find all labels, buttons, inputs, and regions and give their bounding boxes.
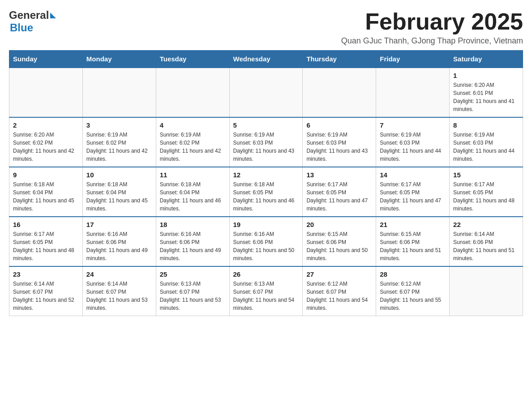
calendar-cell: 1Sunrise: 6:20 AMSunset: 6:01 PMDaylight… [450, 68, 523, 117]
calendar-cell: 7Sunrise: 6:19 AMSunset: 6:03 PMDaylight… [376, 117, 450, 167]
day-info: Sunrise: 6:19 AMSunset: 6:03 PMDaylight:… [306, 131, 372, 163]
calendar-cell: 12Sunrise: 6:18 AMSunset: 6:05 PMDayligh… [229, 167, 303, 217]
calendar-header-row: SundayMondayTuesdayWednesdayThursdayFrid… [9, 51, 523, 68]
week-row-3: 9Sunrise: 6:18 AMSunset: 6:04 PMDaylight… [9, 167, 523, 217]
calendar-cell [82, 68, 156, 117]
column-header-saturday: Saturday [450, 51, 523, 68]
day-info: Sunrise: 6:15 AMSunset: 6:06 PMDaylight:… [306, 230, 372, 262]
day-number: 7 [380, 121, 446, 129]
day-info: Sunrise: 6:15 AMSunset: 6:06 PMDaylight:… [380, 230, 446, 262]
day-number: 25 [160, 270, 226, 278]
day-number: 17 [86, 221, 152, 228]
calendar-cell [450, 266, 523, 316]
day-number: 23 [13, 270, 79, 278]
column-header-monday: Monday [82, 51, 156, 68]
day-number: 14 [380, 171, 446, 179]
logo-general-text: General [9, 9, 49, 21]
calendar-cell: 18Sunrise: 6:16 AMSunset: 6:06 PMDayligh… [156, 217, 229, 266]
calendar-cell: 27Sunrise: 6:12 AMSunset: 6:07 PMDayligh… [303, 266, 376, 316]
week-row-1: 1Sunrise: 6:20 AMSunset: 6:01 PMDaylight… [9, 68, 523, 117]
calendar-cell [303, 68, 376, 117]
day-info: Sunrise: 6:19 AMSunset: 6:03 PMDaylight:… [380, 131, 446, 163]
day-info: Sunrise: 6:14 AMSunset: 6:06 PMDaylight:… [453, 230, 519, 262]
column-header-friday: Friday [376, 51, 450, 68]
day-info: Sunrise: 6:12 AMSunset: 6:07 PMDaylight:… [380, 280, 446, 312]
column-header-sunday: Sunday [9, 51, 83, 68]
calendar-cell: 25Sunrise: 6:13 AMSunset: 6:07 PMDayligh… [156, 266, 229, 316]
calendar-cell: 22Sunrise: 6:14 AMSunset: 6:06 PMDayligh… [450, 217, 523, 266]
day-info: Sunrise: 6:16 AMSunset: 6:06 PMDaylight:… [160, 230, 226, 262]
page-header: General Blue February 2025 Quan GJuc Tha… [9, 9, 523, 46]
day-number: 8 [453, 121, 519, 129]
day-number: 12 [233, 171, 299, 179]
calendar-cell: 6Sunrise: 6:19 AMSunset: 6:03 PMDaylight… [303, 117, 376, 167]
calendar-cell: 20Sunrise: 6:15 AMSunset: 6:06 PMDayligh… [303, 217, 376, 266]
calendar-cell: 4Sunrise: 6:19 AMSunset: 6:02 PMDaylight… [156, 117, 229, 167]
day-number: 24 [86, 270, 152, 278]
day-info: Sunrise: 6:17 AMSunset: 6:05 PMDaylight:… [380, 180, 446, 213]
day-number: 13 [306, 171, 372, 179]
day-info: Sunrise: 6:18 AMSunset: 6:05 PMDaylight:… [233, 180, 299, 213]
day-info: Sunrise: 6:19 AMSunset: 6:03 PMDaylight:… [453, 131, 519, 163]
day-info: Sunrise: 6:12 AMSunset: 6:07 PMDaylight:… [306, 280, 372, 312]
title-section: February 2025 Quan GJuc Thanh, GJong Tha… [341, 9, 523, 46]
column-header-tuesday: Tuesday [156, 51, 229, 68]
day-number: 22 [453, 221, 519, 228]
day-info: Sunrise: 6:13 AMSunset: 6:07 PMDaylight:… [160, 280, 226, 312]
day-number: 6 [306, 121, 372, 129]
day-number: 3 [86, 121, 152, 129]
day-info: Sunrise: 6:19 AMSunset: 6:03 PMDaylight:… [233, 131, 299, 163]
calendar-cell [376, 68, 450, 117]
day-info: Sunrise: 6:19 AMSunset: 6:02 PMDaylight:… [86, 131, 152, 163]
day-info: Sunrise: 6:16 AMSunset: 6:06 PMDaylight:… [86, 230, 152, 262]
day-number: 15 [453, 171, 519, 179]
calendar-cell: 3Sunrise: 6:19 AMSunset: 6:02 PMDaylight… [82, 117, 156, 167]
calendar-cell: 21Sunrise: 6:15 AMSunset: 6:06 PMDayligh… [376, 217, 450, 266]
calendar-cell: 5Sunrise: 6:19 AMSunset: 6:03 PMDaylight… [229, 117, 303, 167]
calendar-table: SundayMondayTuesdayWednesdayThursdayFrid… [9, 50, 523, 316]
day-number: 26 [233, 270, 299, 278]
calendar-cell: 14Sunrise: 6:17 AMSunset: 6:05 PMDayligh… [376, 167, 450, 217]
day-number: 28 [380, 270, 446, 278]
day-info: Sunrise: 6:13 AMSunset: 6:07 PMDaylight:… [233, 280, 299, 312]
day-info: Sunrise: 6:20 AMSunset: 6:01 PMDaylight:… [453, 81, 519, 113]
logo-blue-text: Blue [10, 21, 33, 34]
calendar-cell: 19Sunrise: 6:16 AMSunset: 6:06 PMDayligh… [229, 217, 303, 266]
day-number: 1 [453, 72, 519, 79]
calendar-cell [229, 68, 303, 117]
logo-triangle-icon [50, 13, 56, 18]
calendar-cell: 24Sunrise: 6:14 AMSunset: 6:07 PMDayligh… [82, 266, 156, 316]
calendar-cell [9, 68, 83, 117]
day-info: Sunrise: 6:17 AMSunset: 6:05 PMDaylight:… [453, 180, 519, 213]
calendar-cell: 13Sunrise: 6:17 AMSunset: 6:05 PMDayligh… [303, 167, 376, 217]
week-row-5: 23Sunrise: 6:14 AMSunset: 6:07 PMDayligh… [9, 266, 523, 316]
day-info: Sunrise: 6:14 AMSunset: 6:07 PMDaylight:… [86, 280, 152, 312]
column-header-wednesday: Wednesday [229, 51, 303, 68]
day-number: 5 [233, 121, 299, 129]
calendar-cell: 8Sunrise: 6:19 AMSunset: 6:03 PMDaylight… [450, 117, 523, 167]
day-info: Sunrise: 6:18 AMSunset: 6:04 PMDaylight:… [13, 180, 79, 213]
day-number: 4 [160, 121, 226, 129]
day-info: Sunrise: 6:14 AMSunset: 6:07 PMDaylight:… [13, 280, 79, 312]
day-number: 11 [160, 171, 226, 179]
day-number: 20 [306, 221, 372, 228]
column-header-thursday: Thursday [303, 51, 376, 68]
day-info: Sunrise: 6:16 AMSunset: 6:06 PMDaylight:… [233, 230, 299, 262]
calendar-cell: 23Sunrise: 6:14 AMSunset: 6:07 PMDayligh… [9, 266, 83, 316]
day-number: 2 [13, 121, 79, 129]
day-info: Sunrise: 6:18 AMSunset: 6:04 PMDaylight:… [160, 180, 226, 213]
calendar-cell: 10Sunrise: 6:18 AMSunset: 6:04 PMDayligh… [82, 167, 156, 217]
calendar-cell: 2Sunrise: 6:20 AMSunset: 6:02 PMDaylight… [9, 117, 83, 167]
day-info: Sunrise: 6:17 AMSunset: 6:05 PMDaylight:… [13, 230, 79, 262]
day-info: Sunrise: 6:20 AMSunset: 6:02 PMDaylight:… [13, 131, 79, 163]
day-number: 21 [380, 221, 446, 228]
day-number: 9 [13, 171, 79, 179]
calendar-cell: 26Sunrise: 6:13 AMSunset: 6:07 PMDayligh… [229, 266, 303, 316]
day-info: Sunrise: 6:19 AMSunset: 6:02 PMDaylight:… [160, 131, 226, 163]
day-info: Sunrise: 6:18 AMSunset: 6:04 PMDaylight:… [86, 180, 152, 213]
week-row-4: 16Sunrise: 6:17 AMSunset: 6:05 PMDayligh… [9, 217, 523, 266]
day-number: 19 [233, 221, 299, 228]
calendar-cell: 17Sunrise: 6:16 AMSunset: 6:06 PMDayligh… [82, 217, 156, 266]
day-number: 10 [86, 171, 152, 179]
calendar-cell: 11Sunrise: 6:18 AMSunset: 6:04 PMDayligh… [156, 167, 229, 217]
